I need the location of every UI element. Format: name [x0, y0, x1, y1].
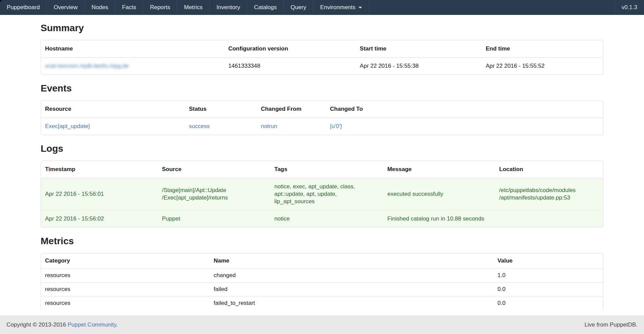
- log-message: Finished catalog run in 10.88 seconds: [383, 210, 495, 228]
- event-changed-from-link[interactable]: notrun: [261, 123, 277, 129]
- log-message: executed successfully: [383, 178, 495, 210]
- logs-col-location: Location: [495, 161, 603, 178]
- events-col-changed-from: Changed From: [257, 101, 326, 118]
- nav-item-overview[interactable]: Overview: [47, 0, 85, 15]
- puppet-community-link[interactable]: Puppet Community: [68, 321, 116, 328]
- version-badge: v0.1.3: [615, 0, 644, 15]
- nav-item-metrics[interactable]: Metrics: [177, 0, 210, 15]
- events-section-title: Events: [41, 83, 603, 93]
- events-col-resource: Resource: [41, 101, 185, 118]
- logs-col-message: Message: [383, 161, 495, 178]
- hostname-link[interactable]: snat-tservsm.mpib-berlin.mpg.de: [45, 63, 129, 69]
- navbar-brand[interactable]: Puppetboard: [0, 0, 47, 15]
- metrics-col-category: Category: [41, 253, 210, 269]
- logs-col-tags: Tags: [270, 161, 383, 178]
- log-row: Apr 22 2016 - 15:56:01 /Stage[main]/Apt:…: [41, 178, 603, 210]
- nav-dropdown-environments-label: Environments: [320, 4, 356, 11]
- chevron-down-icon: [359, 7, 362, 8]
- events-col-status: Status: [185, 101, 257, 118]
- summary-row: snat-tservsm.mpib-berlin.mpg.de 14613333…: [41, 58, 603, 75]
- metric-value: 0.0: [493, 296, 603, 310]
- log-location: [495, 210, 603, 228]
- summary-header-row: Hostname Configuration version Start tim…: [41, 40, 603, 58]
- footer-live-status: Live from PuppetDB.: [584, 321, 638, 328]
- metrics-table: Category Name Value resources changed 1.…: [41, 253, 603, 310]
- logs-section-title: Logs: [41, 143, 603, 154]
- summary-col-config-version: Configuration version: [224, 40, 356, 58]
- summary-col-end-time: End time: [481, 40, 603, 58]
- log-timestamp: Apr 22 2016 - 15:56:01: [41, 178, 158, 210]
- config-version-value: 1461333348: [224, 58, 356, 75]
- metric-value: 0.0: [493, 283, 603, 296]
- log-location: /etc/puppetlabs/code/modules /apt/manife…: [495, 178, 603, 210]
- metrics-col-value: Value: [493, 253, 603, 269]
- logs-table: Timestamp Source Tags Message Location A…: [41, 161, 603, 227]
- metrics-table-panel: Category Name Value resources changed 1.…: [41, 253, 603, 310]
- footer-period: .: [116, 321, 118, 328]
- metrics-section-title: Metrics: [41, 236, 603, 246]
- page-footer: Copyright © 2013-2016 Puppet Community. …: [0, 315, 644, 334]
- logs-header-row: Timestamp Source Tags Message Location: [41, 161, 603, 178]
- summary-section-title: Summary: [41, 23, 603, 33]
- summary-col-hostname: Hostname: [41, 40, 224, 58]
- nav-item-query[interactable]: Query: [284, 0, 313, 15]
- log-tags: notice, exec, apt_update, class, apt::up…: [270, 178, 383, 210]
- footer-copyright: Copyright © 2013-2016 Puppet Community.: [6, 321, 118, 328]
- nav-item-catalogs[interactable]: Catalogs: [247, 0, 284, 15]
- top-navbar: Puppetboard Overview Nodes Facts Reports…: [0, 0, 644, 15]
- nav-item-reports[interactable]: Reports: [143, 0, 177, 15]
- start-time-value: Apr 22 2016 - 15:55:38: [356, 58, 482, 75]
- log-row: Apr 22 2016 - 15:56:02 Puppet notice Fin…: [41, 210, 603, 228]
- events-col-changed-to: Changed To: [326, 101, 603, 118]
- main-content: Summary Hostname Configuration version S…: [41, 23, 603, 310]
- metric-category: resources: [41, 283, 210, 296]
- event-resource-link[interactable]: Exec[apt_update]: [45, 123, 90, 129]
- metric-value: 1.0: [493, 269, 603, 283]
- nav-item-nodes[interactable]: Nodes: [85, 0, 115, 15]
- nav-item-inventory[interactable]: Inventory: [210, 0, 247, 15]
- nav-item-facts[interactable]: Facts: [115, 0, 143, 15]
- metrics-header-row: Category Name Value: [41, 253, 603, 269]
- nav-dropdown-environments[interactable]: Environments: [314, 0, 369, 15]
- metric-name: failed: [210, 283, 493, 296]
- metric-row: resources failed 0.0: [41, 283, 603, 296]
- events-table: Resource Status Changed From Changed To …: [41, 101, 603, 135]
- footer-copyright-text: Copyright © 2013-2016: [6, 321, 68, 328]
- log-source: /Stage[main]/Apt::Update /Exec[apt_updat…: [158, 178, 270, 210]
- navbar-spacer: [369, 0, 615, 15]
- log-tags: notice: [270, 210, 383, 228]
- event-status-link[interactable]: success: [189, 123, 210, 129]
- log-timestamp: Apr 22 2016 - 15:56:02: [41, 210, 158, 228]
- summary-table-panel: Hostname Configuration version Start tim…: [41, 40, 603, 75]
- event-changed-to-link[interactable]: [u'0']: [330, 123, 342, 129]
- metric-name: failed_to_restart: [210, 296, 493, 310]
- metric-row: resources failed_to_restart 0.0: [41, 296, 603, 310]
- events-table-panel: Resource Status Changed From Changed To …: [41, 100, 603, 135]
- metrics-col-name: Name: [210, 253, 493, 269]
- logs-table-panel: Timestamp Source Tags Message Location A…: [41, 161, 603, 228]
- metric-category: resources: [41, 269, 210, 283]
- summary-table: Hostname Configuration version Start tim…: [41, 40, 603, 75]
- metric-name: changed: [210, 269, 493, 283]
- events-header-row: Resource Status Changed From Changed To: [41, 101, 603, 118]
- event-row: Exec[apt_update] success notrun [u'0']: [41, 118, 603, 135]
- logs-col-timestamp: Timestamp: [41, 161, 158, 178]
- logs-col-source: Source: [158, 161, 270, 178]
- log-source: Puppet: [158, 210, 270, 228]
- end-time-value: Apr 22 2016 - 15:55:52: [481, 58, 603, 75]
- metric-category: resources: [41, 296, 210, 310]
- summary-col-start-time: Start time: [356, 40, 482, 58]
- metric-row: resources changed 1.0: [41, 269, 603, 283]
